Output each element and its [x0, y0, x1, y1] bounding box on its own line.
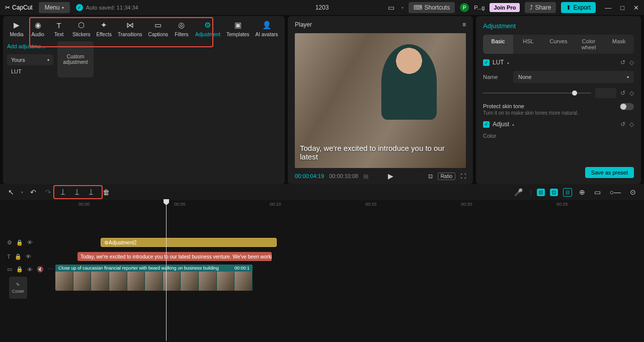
undo-icon[interactable]: ↶: [28, 187, 38, 197]
protect-toggle[interactable]: [620, 103, 634, 110]
tool-templates[interactable]: ▣Templates: [223, 18, 253, 39]
fit-icon[interactable]: ⊙: [628, 187, 638, 197]
time-duration: 00:00:10:08: [329, 173, 358, 179]
lut-intensity-slider[interactable]: [483, 93, 591, 94]
lut-intensity-value[interactable]: [595, 88, 616, 98]
tool-captions[interactable]: ▭Captions: [145, 18, 171, 39]
tool-effects[interactable]: ✦Effects: [94, 18, 115, 39]
timeline-tracks: ⚙🔒👁 ⚙ Adjustment2 T🔒👁 Today, we're excit…: [0, 211, 644, 342]
timeline-toolbar: ↖ ▾ ↶ ↷ ⟘ ⟘ ⟘ 🗑 🎤 | ⊟ ⊡ ⊟ ⊕ ▭ ○— ⊙: [0, 184, 644, 200]
align-icon[interactable]: ⊕: [577, 187, 587, 197]
zoom-slider-icon[interactable]: ○—: [608, 187, 623, 197]
keyframe-icon[interactable]: ◇: [629, 59, 634, 66]
lut-name-select[interactable]: None▾: [513, 71, 634, 83]
tool-avatars[interactable]: 👤AI avatars: [253, 18, 281, 39]
export-button[interactable]: ⬆ Export: [561, 2, 596, 13]
share-button[interactable]: ⤴ Share: [525, 2, 556, 13]
fullscreen-icon[interactable]: ⛶: [460, 173, 466, 179]
subtitle-clip[interactable]: Today, we're excited to introduce you to…: [77, 252, 272, 261]
project-title: 1203: [315, 4, 329, 11]
text-track-icon[interactable]: T: [7, 253, 11, 260]
lut-item[interactable]: LUT: [7, 65, 53, 77]
adjust-track-icon[interactable]: ⚙: [7, 239, 12, 246]
lut-section[interactable]: ✓ LUT▴ ↺◇: [483, 59, 634, 66]
join-pro-button[interactable]: Join Pro: [490, 3, 520, 12]
tool-transitions[interactable]: ⋈Transitions: [115, 18, 145, 39]
redo-icon[interactable]: ↷: [43, 187, 53, 197]
timeline-ruler[interactable]: 00:00 00:05 00:10 00:15 00:20 00:25: [0, 200, 644, 211]
video-subtitle: Today, we're excited to introduce you to…: [295, 139, 466, 168]
magnet-icon[interactable]: ⊡: [550, 189, 558, 196]
reset-icon[interactable]: ↺: [620, 121, 625, 128]
yours-dropdown[interactable]: Yours▾: [7, 54, 53, 65]
aspect-icon[interactable]: ▭: [386, 3, 396, 13]
delete-icon[interactable]: 🗑: [101, 187, 112, 197]
tool-text[interactable]: TText: [48, 18, 69, 39]
eye-icon[interactable]: 👁: [26, 253, 31, 260]
lock-icon[interactable]: 🔒: [16, 266, 23, 273]
custom-adjustment-card[interactable]: Custom adjustment: [57, 41, 94, 77]
minimize-icon[interactable]: —: [605, 4, 611, 12]
maximize-icon[interactable]: □: [620, 4, 624, 12]
player-title: Player: [295, 21, 312, 28]
slider-keyframe-icon[interactable]: ◇: [629, 90, 634, 97]
adjustment-clip[interactable]: ⚙ Adjustment2: [101, 238, 277, 247]
pointer-icon[interactable]: ↖: [6, 187, 16, 197]
ratio-button[interactable]: Ratio: [438, 173, 455, 180]
close-icon[interactable]: ✕: [633, 4, 639, 12]
time-current: 00:00:04:19: [295, 173, 324, 179]
adjust-tabs: Basic HSL Curves Color wheel Mask: [483, 35, 634, 54]
tool-stickers[interactable]: ⬡Stickers: [69, 18, 94, 39]
snap-icon[interactable]: ⊟: [537, 189, 545, 196]
split-right-icon[interactable]: ⟘: [87, 187, 96, 198]
color-label: Color: [483, 133, 634, 139]
cover-button[interactable]: ✎Cover: [9, 277, 27, 299]
autosave-status: ✓Auto saved: 11:34:34: [76, 4, 138, 11]
eye-icon[interactable]: 👁: [27, 267, 33, 273]
adjust-checkbox[interactable]: ✓: [483, 121, 490, 128]
app-logo: ✂ CapCut: [5, 4, 33, 11]
lock-icon[interactable]: 🔒: [15, 253, 22, 260]
link-icon[interactable]: ⊟: [563, 188, 572, 197]
protect-label: Protect skin tone: [483, 103, 579, 109]
slider-reset-icon[interactable]: ↺: [620, 90, 625, 97]
avatar[interactable]: P: [460, 3, 469, 12]
scale-icon[interactable]: ⊡: [428, 173, 433, 180]
protect-desc: Turn it on to make skin tones more natur…: [483, 110, 579, 116]
lock-icon[interactable]: 🔒: [16, 239, 23, 246]
mic-icon[interactable]: 🎤: [512, 187, 525, 197]
add-adjustment-link[interactable]: Add adjustme...: [7, 41, 53, 51]
panel-title: Adjustment: [483, 22, 634, 30]
adjust-section[interactable]: ✓ Adjust▴ ↺◇: [483, 121, 634, 128]
play-button[interactable]: ▶: [388, 172, 393, 180]
save-preset-button[interactable]: Save as preset: [585, 167, 634, 178]
lut-checkbox[interactable]: ✓: [483, 59, 490, 66]
tool-filters[interactable]: ◎Filters: [171, 18, 192, 39]
keyframe-icon[interactable]: ◇: [629, 121, 634, 128]
track-icon[interactable]: ▭: [592, 187, 603, 197]
tab-colorwheel[interactable]: Color wheel: [574, 35, 604, 54]
mute-icon[interactable]: 🔇: [37, 266, 44, 273]
tool-adjustment[interactable]: ⚙Adjustment: [192, 18, 223, 39]
tab-curves[interactable]: Curves: [543, 35, 574, 54]
tool-media[interactable]: ▶Media: [6, 18, 27, 39]
adjustment-panel: Adjustment Basic HSL Curves Color wheel …: [476, 16, 641, 184]
compare-icon[interactable]: ▤: [363, 173, 368, 180]
assets-panel: ▶Media ◉Audio TText ⬡Stickers ✦Effects ⋈…: [3, 16, 285, 184]
reset-icon[interactable]: ↺: [620, 59, 625, 66]
video-track-icon[interactable]: ▭: [7, 266, 12, 273]
video-preview[interactable]: Today, we're excited to introduce you to…: [295, 33, 466, 168]
tab-hsl[interactable]: HSL: [513, 35, 543, 54]
player-menu-icon[interactable]: ≡: [462, 21, 466, 28]
video-clip[interactable]: Close up of caucasian financial reporter…: [55, 265, 253, 291]
split-icon[interactable]: ⟘: [58, 187, 67, 198]
tool-audio[interactable]: ◉Audio: [27, 18, 48, 39]
split-left-icon[interactable]: ⟘: [72, 187, 82, 198]
playhead[interactable]: [166, 200, 167, 341]
shortcuts-button[interactable]: ⌨ Shortcuts: [409, 2, 455, 13]
eye-icon[interactable]: 👁: [27, 239, 33, 245]
more-icon[interactable]: ⋯: [48, 266, 53, 273]
tab-basic[interactable]: Basic: [483, 35, 513, 54]
tab-mask[interactable]: Mask: [604, 35, 634, 54]
menu-button[interactable]: Menu ▾: [39, 2, 70, 13]
